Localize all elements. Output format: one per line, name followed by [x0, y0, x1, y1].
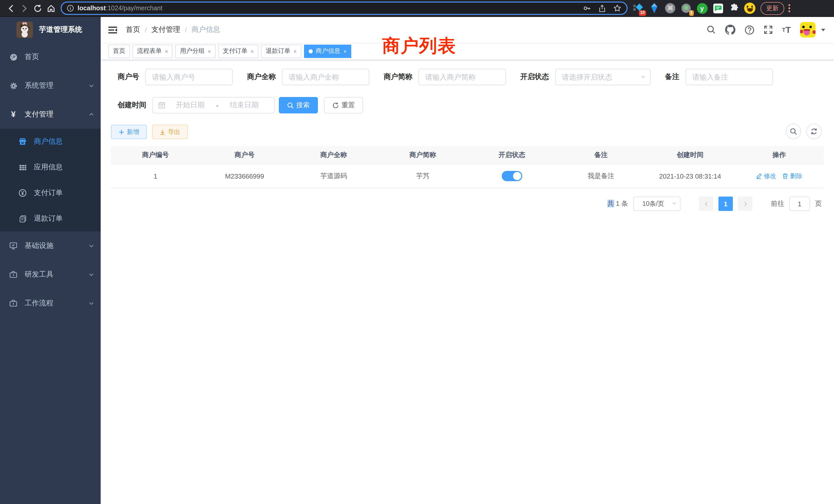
- add-button[interactable]: 新增: [111, 125, 147, 139]
- forward-icon[interactable]: [18, 2, 31, 15]
- merchant-table: 商户编号 商户号 商户全称 商户简称 开启状态 备注 创建时间 操作 1 M23…: [111, 146, 824, 188]
- reset-button[interactable]: 重置: [324, 97, 363, 113]
- table-toolbar: 新增 导出: [111, 125, 824, 139]
- date-range-picker[interactable]: 开始日期 - 结束日期: [153, 97, 275, 113]
- search-button[interactable]: 搜索: [279, 97, 318, 113]
- extension-diamond-icon[interactable]: 10: [633, 3, 644, 14]
- breadcrumb-pay[interactable]: 支付管理: [152, 25, 180, 35]
- close-icon[interactable]: ×: [208, 48, 211, 54]
- tab-merchant-info[interactable]: 商户信息×: [304, 44, 352, 58]
- status-toggle[interactable]: [502, 171, 522, 181]
- remark-input[interactable]: [686, 69, 773, 85]
- col-header: 商户全称: [289, 146, 378, 164]
- breadcrumb: 首页 / 支付管理 / 商户信息: [126, 25, 220, 35]
- sidebar-item-devtools[interactable]: 研发工具: [0, 260, 101, 289]
- col-header: 开启状态: [467, 146, 556, 164]
- top-navbar: 首页 / 支付管理 / 商户信息: [101, 17, 834, 43]
- github-icon[interactable]: [725, 25, 736, 35]
- sidebar: 芋道管理系统 首页 系统管理 ¥ 支付管理: [0, 17, 101, 504]
- sidebar-logo[interactable]: 芋道管理系统: [0, 17, 101, 43]
- col-header: 商户简称: [378, 146, 467, 164]
- gear-icon: [9, 82, 18, 90]
- sidebar-item-system[interactable]: 系统管理: [0, 71, 101, 100]
- browser-toolbar: localhost:1024/pay/merchant 10 ⌘: [0, 0, 834, 17]
- sidebar-item-app-info[interactable]: 应用信息: [0, 155, 101, 180]
- close-icon[interactable]: ×: [165, 48, 168, 54]
- short-name-input[interactable]: [419, 69, 506, 85]
- chrome-update-button[interactable]: 更新: [761, 2, 784, 15]
- tags-view-bar: 首页 流程表单× 用户分组× 支付订单× 退款订单× 商户信息×: [101, 43, 834, 60]
- extension-command-icon[interactable]: ⌘: [664, 3, 676, 14]
- page-number-current[interactable]: 1: [719, 197, 733, 211]
- back-icon[interactable]: [4, 2, 18, 15]
- bookmark-star-icon[interactable]: [613, 4, 621, 12]
- chevron-down-icon: [88, 272, 94, 278]
- toggle-search-button[interactable]: [786, 124, 801, 139]
- sidebar-item-pay[interactable]: ¥ 支付管理: [0, 100, 101, 129]
- sidebar-item-workflow[interactable]: 工作流程: [0, 289, 101, 318]
- cell-status: [467, 164, 556, 188]
- tab-home[interactable]: 首页: [108, 44, 130, 58]
- extension-recorder-icon[interactable]: 1: [680, 3, 692, 14]
- browser-menu-kebab-icon[interactable]: [788, 4, 790, 12]
- app-title: 芋道管理系统: [39, 25, 82, 35]
- profile-avatar-emoji[interactable]: [744, 3, 755, 14]
- sidebar-item-infra[interactable]: 基础设施: [0, 231, 101, 260]
- notification-badge: 1: [689, 10, 694, 16]
- extensions-puzzle-icon[interactable]: [728, 3, 740, 14]
- prev-page-button[interactable]: [699, 197, 713, 211]
- start-date-placeholder[interactable]: 开始日期: [166, 100, 215, 110]
- chevron-down-icon: [88, 243, 94, 249]
- sidebar-item-home[interactable]: 首页: [0, 43, 101, 71]
- tab-pay-order[interactable]: 支付订单×: [218, 44, 259, 58]
- cell-actions: 修改 删除: [734, 164, 824, 188]
- close-icon[interactable]: ×: [250, 48, 254, 54]
- total-count: 共 1 条: [607, 199, 628, 208]
- full-name-input[interactable]: [282, 69, 369, 85]
- edit-link[interactable]: 修改: [756, 172, 776, 180]
- sidebar-item-pay-order[interactable]: 支付订单: [0, 180, 101, 206]
- main-area: 商户列表 首页 / 支付管理 / 商户信息: [101, 17, 834, 504]
- close-icon[interactable]: ×: [344, 48, 347, 54]
- extension-y-icon[interactable]: y: [696, 3, 708, 14]
- password-key-icon[interactable]: [583, 4, 591, 12]
- export-button[interactable]: 导出: [152, 125, 188, 139]
- fullscreen-icon[interactable]: [764, 25, 773, 35]
- avatar-caret-icon[interactable]: [821, 27, 826, 32]
- end-date-placeholder[interactable]: 结束日期: [220, 100, 269, 110]
- breadcrumb-home[interactable]: 首页: [126, 25, 140, 35]
- collapse-sidebar-icon[interactable]: [108, 25, 117, 34]
- status-select[interactable]: [555, 69, 651, 85]
- page-size-select[interactable]: 10条/页: [633, 197, 680, 211]
- calendar-icon: [158, 101, 166, 109]
- search-icon[interactable]: [707, 25, 716, 35]
- tab-user-group[interactable]: 用户分组×: [175, 44, 216, 58]
- status-label: 开启状态: [520, 72, 549, 82]
- extension-gem-icon[interactable]: [649, 3, 660, 14]
- goto-page-input[interactable]: [789, 197, 810, 211]
- url-bar[interactable]: localhost:1024/pay/merchant: [61, 2, 628, 15]
- next-page-button[interactable]: [738, 197, 752, 211]
- delete-link[interactable]: 删除: [783, 172, 803, 180]
- tab-flow-form[interactable]: 流程表单×: [132, 44, 173, 58]
- monitor-check-icon: [9, 242, 18, 250]
- tab-refund-order[interactable]: 退款订单×: [261, 44, 302, 58]
- sidebar-item-merchant-info[interactable]: 商户信息: [0, 129, 101, 155]
- help-icon[interactable]: [745, 25, 754, 35]
- home-icon[interactable]: [44, 2, 58, 15]
- close-icon[interactable]: ×: [293, 48, 297, 54]
- site-info-icon[interactable]: [67, 5, 74, 12]
- reload-icon[interactable]: [31, 2, 44, 15]
- refresh-button[interactable]: [806, 124, 822, 139]
- user-avatar[interactable]: [800, 22, 815, 38]
- short-name-label: 商户简称: [383, 72, 412, 82]
- extension-chat-icon[interactable]: [712, 3, 724, 14]
- cell-short-name: 芋艿: [378, 164, 467, 188]
- merchant-no-input[interactable]: [145, 69, 233, 85]
- cell-create-time: 2021-10-23 08:31:14: [645, 164, 734, 188]
- sidebar-item-refund-order[interactable]: 退款订单: [0, 206, 101, 231]
- font-size-icon[interactable]: TT: [782, 25, 791, 34]
- share-icon[interactable]: [598, 4, 606, 12]
- cell-remark: 我是备注: [556, 164, 645, 188]
- goto-label: 前往: [771, 199, 784, 208]
